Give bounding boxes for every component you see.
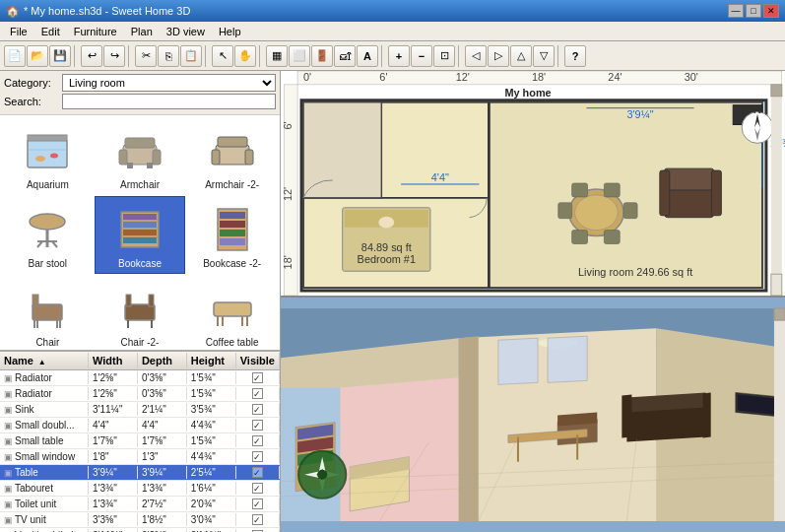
- col-height[interactable]: Height: [187, 353, 236, 368]
- left-panel: Category: Living room Bedroom Bathroom K…: [0, 71, 281, 532]
- table-row[interactable]: ▣Small table 1'7⅝" 1'7⅝" 1'5¾": [0, 433, 280, 449]
- furniture-item-chair2[interactable]: Chair -2-: [95, 275, 186, 350]
- table-row[interactable]: ▣Venitian blind 2'11⅝" 0'3⅝" 2'11¾": [0, 528, 280, 532]
- text-button[interactable]: A: [357, 45, 378, 67]
- furniture-item-aquarium[interactable]: Aquarium: [2, 117, 94, 195]
- col-depth[interactable]: Depth: [138, 353, 187, 368]
- menu-edit[interactable]: Edit: [35, 25, 66, 38]
- coffeetable-icon: [205, 280, 260, 335]
- wall-button[interactable]: ▦: [266, 45, 288, 67]
- table-row[interactable]: ▣Sink 3'11¼" 2'1¼" 3'5¾": [0, 402, 280, 418]
- furniture-item-bookcase[interactable]: Bookcase: [95, 196, 186, 274]
- arrow-buttons-left[interactable]: ◁: [465, 45, 487, 67]
- add-furniture-button[interactable]: 🛋: [334, 45, 356, 67]
- td-width: 1'3¾": [89, 498, 138, 510]
- td-height: 3'5¾": [187, 403, 236, 416]
- 3d-view[interactable]: [281, 298, 785, 532]
- visible-checkbox[interactable]: [252, 435, 263, 446]
- svg-point-3: [35, 156, 45, 162]
- furniture-grid[interactable]: Aquarium Armchair Armchair -2-: [0, 115, 280, 350]
- svg-rect-31: [220, 230, 245, 236]
- table-row[interactable]: ▣TV unit 3'3⅝" 1'8½" 3'0¾": [0, 512, 280, 528]
- furniture-item-bookcase2[interactable]: Bookcase -2-: [186, 196, 278, 274]
- td-height: 4'4¾": [187, 419, 236, 432]
- properties-table: Name ▲ Width Depth Height Visible: [0, 350, 280, 532]
- arrow-buttons-up[interactable]: △: [510, 45, 532, 67]
- minimize-button[interactable]: —: [728, 4, 744, 18]
- select-button[interactable]: ↖: [212, 45, 233, 67]
- furniture-item-armchair[interactable]: Armchair: [95, 117, 186, 195]
- pan-button[interactable]: ✋: [234, 45, 256, 67]
- svg-rect-14: [218, 137, 247, 147]
- floor-plan[interactable]: 0' 6' 12' 18' 24' 30' 6' 12' 18' My home: [281, 71, 785, 298]
- search-input[interactable]: [62, 94, 276, 109]
- room-button[interactable]: ⬜: [289, 45, 310, 67]
- td-width: 1'8": [89, 450, 138, 463]
- furniture-item-armchair2[interactable]: Armchair -2-: [186, 117, 278, 195]
- table-row[interactable]: ▣Small window 1'8" 1'3" 4'4¾": [0, 449, 280, 465]
- table-row[interactable]: ▣Radiator 1'2⅝" 0'3⅝" 1'5¾": [0, 386, 280, 402]
- td-visible: [236, 403, 280, 416]
- visible-checkbox[interactable]: [252, 467, 263, 478]
- td-visible: [236, 498, 280, 510]
- furniture-item-coffeetable[interactable]: Coffee table: [186, 275, 278, 350]
- furniture-item-chair[interactable]: Chair: [2, 275, 94, 350]
- arrow-buttons-right[interactable]: ▷: [488, 45, 509, 67]
- menu-3dview[interactable]: 3D view: [161, 25, 211, 38]
- save-button[interactable]: 💾: [49, 45, 71, 67]
- menu-plan[interactable]: Plan: [125, 25, 159, 38]
- visible-checkbox[interactable]: [252, 514, 263, 525]
- fit-button[interactable]: ⊡: [433, 45, 455, 67]
- zoomout-button[interactable]: −: [411, 45, 432, 67]
- svg-point-77: [575, 195, 619, 231]
- visible-checkbox[interactable]: [252, 483, 263, 494]
- cut-button[interactable]: ✂: [135, 45, 157, 67]
- sep7: [557, 45, 561, 67]
- visible-checkbox[interactable]: [252, 372, 263, 383]
- menu-file[interactable]: File: [4, 25, 33, 38]
- table-row[interactable]: ▣Tabouret 1'3¾" 1'3¾" 1'6¼": [0, 481, 280, 497]
- open-button[interactable]: 📂: [27, 45, 48, 67]
- svg-text:12': 12': [282, 187, 294, 201]
- row-icon: ▣: [4, 436, 13, 446]
- td-name: ▣Sink: [0, 403, 89, 416]
- undo-button[interactable]: ↩: [81, 45, 102, 67]
- td-depth: 0'3⅝": [138, 387, 187, 400]
- table-row[interactable]: ▣Radiator 1'2⅝" 0'3⅝" 1'5¾": [0, 370, 280, 386]
- menu-help[interactable]: Help: [213, 25, 247, 38]
- door-button[interactable]: 🚪: [311, 45, 333, 67]
- table-row-selected[interactable]: ▣Table 3'9¼" 3'9¼" 2'5¼": [0, 465, 280, 481]
- table-row[interactable]: ▣Toilet unit 1'3¾" 2'7½" 2'0¾": [0, 497, 280, 512]
- arrow-buttons-down[interactable]: ▽: [533, 45, 555, 67]
- redo-button[interactable]: ↪: [103, 45, 125, 67]
- paste-button[interactable]: 📋: [180, 45, 202, 67]
- visible-checkbox[interactable]: [252, 420, 263, 431]
- maximize-button[interactable]: □: [746, 4, 761, 18]
- category-select[interactable]: Living room Bedroom Bathroom Kitchen Off…: [62, 74, 276, 92]
- td-depth: 3'9¼": [138, 466, 187, 479]
- td-visible: [236, 450, 280, 463]
- td-name: ▣Radiator: [0, 387, 89, 400]
- close-button[interactable]: ✕: [763, 4, 779, 18]
- copy-button[interactable]: ⎘: [158, 45, 179, 67]
- visible-checkbox[interactable]: [252, 451, 263, 462]
- col-name[interactable]: Name ▲: [0, 353, 89, 368]
- help-button[interactable]: ?: [564, 45, 586, 67]
- svg-rect-1: [28, 135, 67, 141]
- armchair2-label: Armchair -2-: [205, 179, 259, 190]
- td-height: 1'5¾": [187, 371, 236, 384]
- visible-checkbox[interactable]: [252, 388, 263, 399]
- svg-text:30': 30': [685, 71, 698, 83]
- visible-checkbox[interactable]: [252, 499, 263, 509]
- table-row[interactable]: ▣Small doubl... 4'4" 4'4" 4'4¾": [0, 418, 280, 433]
- new-button[interactable]: 📄: [4, 45, 26, 67]
- zoomin-button[interactable]: +: [388, 45, 410, 67]
- furniture-item-barstool[interactable]: Bar stool: [2, 196, 94, 274]
- col-visible[interactable]: Visible: [236, 353, 280, 368]
- svg-point-15: [30, 214, 65, 230]
- svg-rect-8: [125, 138, 155, 148]
- window-title: * My home.sh3d - Sweet Home 3D: [24, 5, 190, 17]
- menu-furniture[interactable]: Furniture: [68, 25, 123, 38]
- visible-checkbox[interactable]: [252, 404, 263, 415]
- col-width[interactable]: Width: [89, 353, 138, 368]
